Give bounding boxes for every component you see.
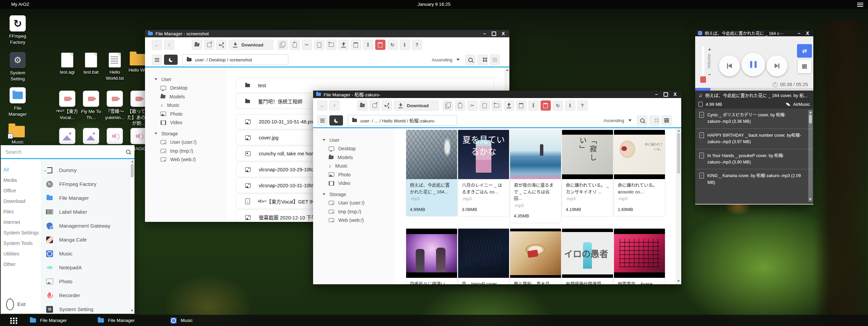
app-management-gateway[interactable]: Management Gateway <box>46 219 134 233</box>
desktop-shortcut-ffmpeg[interactable]: ↻ FFmpeg Factory <box>5 15 31 45</box>
app-file-manager[interactable]: File Manager <box>46 191 134 205</box>
sidebar-video[interactable]: Video <box>145 118 227 127</box>
delete-button[interactable] <box>375 40 385 50</box>
maximize-button[interactable] <box>492 32 496 36</box>
title-bar[interactable]: File Manager - screenshot – X <box>145 30 509 37</box>
volume-plus[interactable]: + <box>708 46 711 52</box>
app-ffmpeg-factory[interactable]: ↻FFmpeg Factory <box>46 177 134 191</box>
pause-button[interactable] <box>741 53 765 76</box>
sidebar-music[interactable]: ♪Music <box>313 162 395 171</box>
desktop-shortcut-music[interactable]: ↗ Music <box>5 126 31 145</box>
back-button[interactable]: ← <box>152 40 162 50</box>
exit-button[interactable]: Exit <box>3 299 25 310</box>
grid-card[interactable]: 夢と葉桜 _ 青木月 <box>510 228 561 284</box>
next-button[interactable] <box>766 55 788 76</box>
category-utilities[interactable]: Utilities <box>1 249 41 259</box>
sidebar-storage-user[interactable]: User (user:/) <box>313 199 395 208</box>
scroll-down-icon[interactable] <box>677 280 680 282</box>
grid-card[interactable]: 「寂しい」 命に嫌われている。 _ カンザキイオリ ... .mp3 4.19M… <box>562 130 613 216</box>
upload-button[interactable] <box>504 100 514 111</box>
grid-view-button[interactable] <box>477 55 488 65</box>
scrollbar[interactable] <box>676 128 681 284</box>
category-media[interactable]: Media <box>1 175 41 186</box>
playlist-item[interactable]: ♪Cynic _ ポリスピカデリー cover. by 柘榴-zakuro-.m… <box>695 109 813 129</box>
app-system-setting[interactable]: ⚙System Setting <box>46 302 134 314</box>
sidebar-storage-web[interactable]: Web (web:/) <box>313 216 395 225</box>
dark-mode-button[interactable] <box>164 55 178 65</box>
sidebar-photo[interactable]: Photo <box>145 110 227 118</box>
scroll-down-icon[interactable] <box>131 310 133 312</box>
app-photo[interactable]: Photo <box>46 274 134 288</box>
grid-card[interactable]: 君が夜の海に還るまで _ こんにちは谷田... .mp3 4.35MB <box>510 130 561 223</box>
copy-button[interactable] <box>443 100 453 111</box>
info-button[interactable]: i <box>565 100 575 111</box>
search-input[interactable] <box>5 149 126 155</box>
progress-bar[interactable] <box>695 88 813 91</box>
playlist-item[interactable]: ♪In Your Hands _ yusukeP cover. by 柘榴-za… <box>695 149 813 170</box>
minimize-button[interactable]: – <box>482 31 488 36</box>
app-dummy[interactable]: Dummy <box>46 163 134 177</box>
rename-button[interactable]: I <box>363 40 373 50</box>
search-icon[interactable] <box>126 150 130 154</box>
app-list-scrollbar[interactable] <box>130 159 134 314</box>
hamburger-button[interactable] <box>317 115 327 126</box>
dark-mode-button[interactable] <box>329 115 343 126</box>
desktop-file[interactable]: test.agi <box>54 53 80 75</box>
list-view-button[interactable] <box>662 115 672 126</box>
grid-card[interactable]: 幽霊東京 _ Ayase <box>614 228 665 284</box>
title-bar[interactable]: File Manager - 柘榴-zakuro- – X <box>313 91 681 98</box>
grid-card[interactable]: 声 _ HarryP cover <box>458 228 509 284</box>
sort-dropdown[interactable]: Ascending <box>432 57 452 62</box>
grid-card[interactable]: 四季折々に揺蕩い <box>406 228 457 284</box>
minimize-button[interactable]: – <box>796 31 802 36</box>
sidebar-photo[interactable]: Photo <box>313 170 395 179</box>
close-button[interactable]: X <box>672 92 678 97</box>
scroll-down-icon[interactable] <box>809 198 812 200</box>
sidebar-storage-user[interactable]: User (user:/) <box>145 138 227 147</box>
sidebar-desktop[interactable]: Desktop <box>313 145 395 153</box>
sidebar-models[interactable]: Models <box>145 92 227 101</box>
volume-slider-thumb[interactable] <box>700 76 706 83</box>
open-button[interactable] <box>192 40 202 50</box>
sidebar-user-header[interactable]: User <box>145 75 227 84</box>
chevron-down-icon[interactable] <box>456 59 460 61</box>
download-button[interactable]: Download <box>229 40 273 50</box>
desktop-file[interactable]: 『雪峰～yukimin... <box>102 91 128 120</box>
copy-button[interactable] <box>277 40 288 50</box>
taskbar-item-file-manager-1[interactable]: File Manager <box>30 315 67 326</box>
playlist-item[interactable]: ♪HAPPY BIRTHDAY _ back number cover. by柘… <box>695 129 813 149</box>
grid-view-button[interactable] <box>649 115 659 126</box>
archive-button[interactable] <box>516 100 526 111</box>
category-internet[interactable]: Internet <box>1 217 41 228</box>
app-label-maker[interactable]: Label Maker <box>46 205 134 219</box>
grid-card[interactable]: 夏を見ているかな 八月のレイニー _ はるまきごはん co... .mp3 3.… <box>458 130 509 216</box>
info-button[interactable]: i <box>400 40 410 50</box>
app-music[interactable]: Music <box>46 247 134 261</box>
cut-button[interactable]: ✂ <box>302 40 312 50</box>
category-all[interactable]: All <box>1 165 41 175</box>
new-folder-button[interactable] <box>492 100 502 111</box>
desktop-shortcut-system-setting[interactable]: ⚙ System Setting <box>5 52 31 82</box>
archive-button[interactable] <box>351 40 361 50</box>
open-external-button[interactable] <box>204 40 214 50</box>
delete-button[interactable] <box>541 100 551 111</box>
desktop-file[interactable]: Hello World.txt <box>102 53 128 81</box>
close-button[interactable]: X <box>500 31 506 36</box>
app-notepada[interactable]: </>NotepadA <box>46 261 134 274</box>
sidebar-user-header[interactable]: User <box>313 136 395 145</box>
category-system-settings[interactable]: System Settings <box>1 228 41 238</box>
scroll-up-icon[interactable] <box>809 111 812 113</box>
open-external-button[interactable] <box>369 100 380 111</box>
sidebar-models[interactable]: Models <box>313 153 395 162</box>
close-button[interactable]: X <box>804 31 811 36</box>
help-button[interactable]: ? <box>412 40 422 50</box>
volume-minus[interactable]: − <box>708 72 711 77</box>
refresh-button[interactable]: ↻ <box>553 100 563 111</box>
chevron-down-icon[interactable] <box>628 119 632 121</box>
previous-button[interactable] <box>719 55 740 76</box>
up-button[interactable]: ↑ <box>164 40 174 50</box>
paste-button[interactable] <box>455 100 465 111</box>
new-folder-button[interactable] <box>326 40 337 50</box>
share-button[interactable] <box>382 100 392 111</box>
repeat-button[interactable]: ⇄ <box>797 44 812 58</box>
